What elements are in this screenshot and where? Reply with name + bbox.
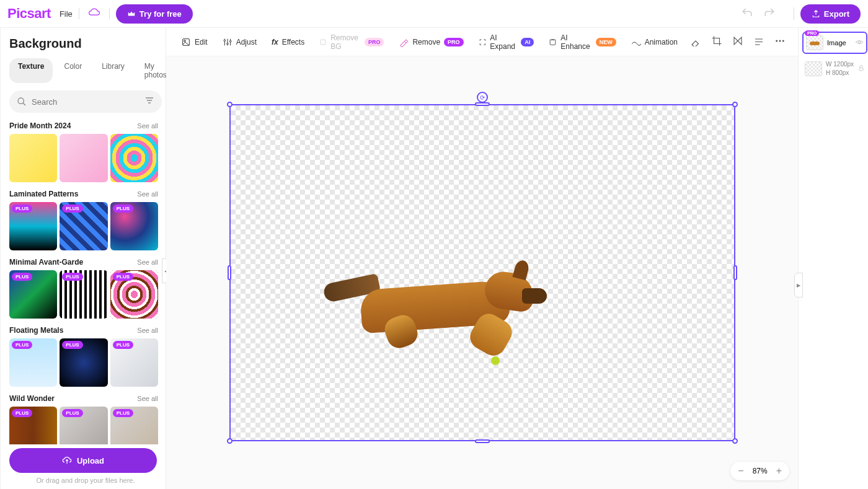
background-thumbnail[interactable]: PLUS xyxy=(9,338,57,387)
plus-badge: PLUS xyxy=(12,273,32,281)
crop-button[interactable] xyxy=(707,32,726,53)
see-all-link[interactable]: See all xyxy=(137,327,158,334)
see-all-link[interactable]: See all xyxy=(137,395,158,402)
see-all-link[interactable]: See all xyxy=(137,190,158,198)
category-section: Pride Month 2024See all xyxy=(9,121,158,182)
tab-row: TextureColorLibraryMy photos xyxy=(9,58,162,83)
cloud-sync-icon[interactable] xyxy=(88,7,100,20)
selection-handle[interactable] xyxy=(732,102,738,107)
more-button[interactable] xyxy=(771,32,789,53)
effects-button[interactable]: fxEffects xyxy=(265,34,311,50)
adjust-button[interactable]: Adjust xyxy=(216,33,263,51)
new-badge: NEW xyxy=(596,38,616,46)
redo-button[interactable] xyxy=(764,7,775,20)
background-thumbnail[interactable]: PLUS xyxy=(9,202,57,250)
rotate-handle[interactable]: ⟳ xyxy=(477,92,488,103)
background-thumbnail[interactable] xyxy=(110,134,158,182)
svg-point-28 xyxy=(779,40,781,42)
category-name: Laminated Patterns xyxy=(9,190,78,198)
zoom-in-button[interactable]: + xyxy=(776,465,782,477)
plus-badge: PLUS xyxy=(62,273,82,281)
background-thumbnail[interactable]: PLUS xyxy=(110,202,158,250)
search-bar[interactable] xyxy=(9,90,162,113)
pro-badge: PRO xyxy=(365,38,384,46)
edit-button[interactable]: Edit xyxy=(175,33,214,51)
background-thumbnail[interactable]: PLUS xyxy=(60,202,107,250)
background-thumbnail[interactable] xyxy=(60,134,107,182)
plus-badge: PLUS xyxy=(113,205,133,213)
context-toolbar: Edit Adjust fxEffects Remove BGPRO Remov… xyxy=(166,28,798,56)
category-section: Laminated PatternsSee allPLUSPLUSPLUS xyxy=(9,190,158,250)
svg-point-29 xyxy=(782,40,784,42)
tab-library[interactable]: Library xyxy=(93,58,133,83)
animation-button[interactable]: Animation xyxy=(625,33,684,51)
try-free-button[interactable]: Try for free xyxy=(116,4,193,24)
selection-handle[interactable] xyxy=(227,102,232,107)
category-name: Minimal Avant-Garde xyxy=(9,258,83,267)
selection-edge[interactable] xyxy=(228,265,231,280)
plus-badge: PLUS xyxy=(12,341,32,349)
svg-point-24 xyxy=(229,40,231,42)
layer-item-image[interactable]: PRO Image xyxy=(802,32,867,54)
zoom-control: − 87% + xyxy=(730,462,789,480)
background-thumbnail[interactable]: PLUS xyxy=(9,270,57,319)
eraser-button[interactable] xyxy=(686,32,705,53)
canvas-dimensions: W 1200px H 800px xyxy=(826,60,854,77)
canvas-viewport[interactable]: ⟳ ▶ − 87% + xyxy=(166,56,798,489)
ai-expand-button[interactable]: AI ExpandAI xyxy=(472,30,541,55)
category-name: Wild Wonder xyxy=(9,394,55,403)
drag-hint: Or drag and drop your files here. xyxy=(9,477,162,484)
undo-button[interactable] xyxy=(742,7,753,20)
layers-panel: PRO Image W 1200px H 800px xyxy=(798,28,868,489)
expand-layers-button[interactable]: ▶ xyxy=(794,273,803,297)
background-thumbnail[interactable]: PLUS xyxy=(110,338,158,387)
canvas-board[interactable]: ⟳ xyxy=(229,104,735,441)
category-section: Floating MetalsSee allPLUSPLUSPLUS xyxy=(9,326,158,387)
pro-badge: PRO xyxy=(444,38,464,46)
svg-point-19 xyxy=(18,98,24,104)
background-thumbnail[interactable]: PLUS xyxy=(110,407,158,444)
zoom-out-button[interactable]: − xyxy=(738,465,743,477)
file-menu[interactable]: File xyxy=(60,9,73,19)
svg-rect-31 xyxy=(859,68,863,71)
selection-edge[interactable] xyxy=(733,265,737,280)
filter-icon[interactable] xyxy=(144,95,154,108)
selection-handle[interactable] xyxy=(732,438,738,444)
svg-point-22 xyxy=(224,40,226,42)
see-all-link[interactable]: See all xyxy=(137,258,158,266)
upload-button[interactable]: Upload xyxy=(9,448,157,473)
visibility-icon[interactable] xyxy=(855,38,864,48)
see-all-link[interactable]: See all xyxy=(137,122,158,130)
tab-color[interactable]: Color xyxy=(55,58,91,83)
canvas-image[interactable] xyxy=(324,254,559,366)
logo: Picsart xyxy=(7,6,51,22)
plus-badge: PLUS xyxy=(12,205,32,213)
remove-button[interactable]: RemovePRO xyxy=(392,33,469,51)
background-thumbnail[interactable]: PLUS xyxy=(60,270,107,319)
category-name: Pride Month 2024 xyxy=(9,121,71,130)
background-thumbnail[interactable]: PLUS xyxy=(110,270,158,319)
ai-badge: AI xyxy=(521,38,534,46)
lock-icon[interactable] xyxy=(857,64,865,73)
background-panel: Background TextureColorLibraryMy photos … xyxy=(1,28,166,489)
export-button[interactable]: Export xyxy=(800,4,861,24)
tab-texture[interactable]: Texture xyxy=(9,58,53,83)
background-thumbnail[interactable]: PLUS xyxy=(60,407,107,444)
layer-thumbnail xyxy=(806,35,823,50)
plus-badge: PLUS xyxy=(113,273,133,281)
selection-edge[interactable] xyxy=(475,439,490,443)
selection-handle[interactable] xyxy=(227,438,232,444)
background-thumbnail[interactable]: PLUS xyxy=(9,407,57,444)
plus-badge: PLUS xyxy=(62,205,82,213)
svg-point-21 xyxy=(184,40,186,42)
flip-button[interactable] xyxy=(728,32,747,53)
background-thumbnail[interactable]: PLUS xyxy=(60,338,107,387)
pro-badge: PRO xyxy=(805,30,819,36)
remove-bg-button[interactable]: Remove BGPRO xyxy=(313,30,390,55)
position-button[interactable] xyxy=(750,32,768,53)
divider xyxy=(79,8,79,19)
search-input[interactable] xyxy=(32,97,144,107)
background-thumbnail[interactable] xyxy=(9,134,57,182)
layer-item-canvas[interactable]: W 1200px H 800px xyxy=(802,58,867,80)
ai-enhance-button[interactable]: AI EnhanceNEW xyxy=(542,30,622,55)
